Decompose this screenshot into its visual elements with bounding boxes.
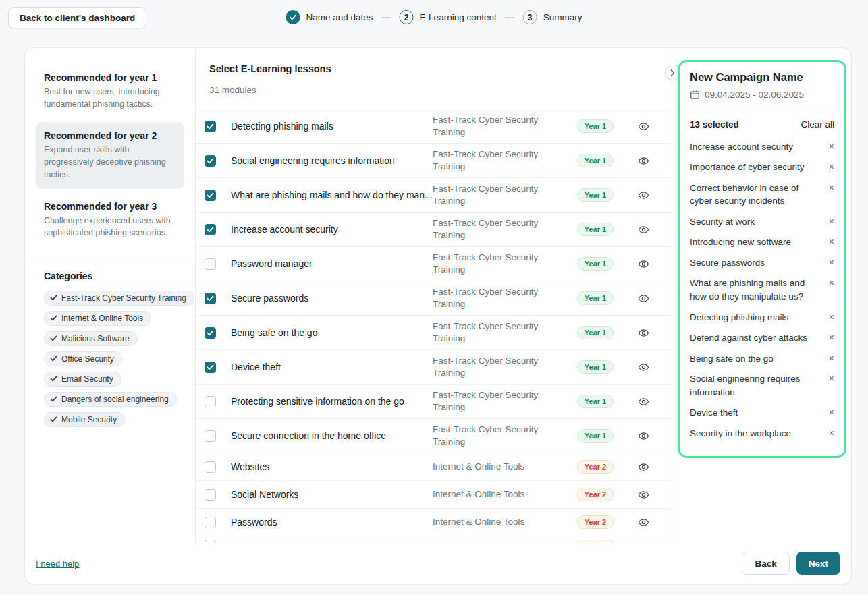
preview-lesson-button[interactable]	[624, 190, 662, 201]
step-separator	[381, 17, 391, 18]
lesson-name: Secure connection in the home office	[231, 430, 433, 441]
remove-lesson-button[interactable]: ×	[829, 140, 834, 152]
step-elearning-content[interactable]: 2 E-Learning content	[400, 10, 497, 24]
lesson-name: Passwords	[231, 517, 433, 528]
lesson-category: Internet & Online Tools	[433, 461, 566, 473]
help-link[interactable]: I need help	[36, 559, 79, 569]
step-name-and-dates[interactable]: Name and dates	[286, 10, 373, 24]
preview-lesson-button[interactable]	[624, 258, 662, 270]
modules-count: 31 modules	[209, 85, 658, 95]
year-badge: Year 1	[577, 223, 614, 236]
remove-lesson-button[interactable]: ×	[829, 427, 834, 439]
wizard-stepper: Name and dates 2 E-Learning content 3 Su…	[286, 10, 582, 24]
lesson-name: Secure passwords	[231, 293, 433, 304]
year-badge: Year 1	[577, 257, 614, 271]
eye-icon	[638, 155, 649, 167]
lesson-checkbox[interactable]	[205, 293, 216, 304]
preview-lesson-button[interactable]	[624, 489, 662, 501]
lesson-checkbox[interactable]	[205, 258, 216, 270]
category-chip[interactable]: Malicious Software	[44, 331, 138, 346]
remove-lesson-button[interactable]: ×	[829, 372, 834, 385]
preview-lesson-button[interactable]	[624, 121, 662, 132]
selected-lesson-item: Introducing new software×	[690, 232, 834, 253]
remove-lesson-button[interactable]: ×	[829, 311, 834, 323]
preview-lesson-button[interactable]	[624, 327, 662, 339]
lesson-name: Social engineering requires information	[231, 155, 433, 166]
selected-lesson-item: Secure passwords×	[690, 252, 834, 273]
back-to-dashboard-button[interactable]: Back to client's dashboard	[8, 7, 146, 28]
lesson-name: What are phishing mails and how do they …	[231, 190, 433, 200]
lesson-checkbox[interactable]	[205, 489, 216, 501]
remove-lesson-button[interactable]: ×	[829, 406, 834, 418]
preview-lesson-button[interactable]	[624, 396, 662, 407]
remove-lesson-button[interactable]: ×	[829, 256, 834, 268]
preview-lesson-button[interactable]	[624, 430, 662, 442]
campaign-name: New Campaign Name	[690, 71, 834, 84]
category-chip[interactable]: Office Security	[44, 351, 122, 366]
remove-lesson-button[interactable]: ×	[829, 235, 834, 248]
lesson-checkbox[interactable]	[205, 327, 216, 339]
recommendation-option[interactable]: Recommended for year 2Expand user skills…	[36, 122, 184, 188]
lesson-row: Secure passwordsFast-Track Cyber Securit…	[196, 281, 672, 316]
category-chip[interactable]: Dangers of social engineering	[44, 392, 177, 407]
category-chip-label: Dangers of social engineering	[61, 395, 169, 404]
eye-icon	[638, 327, 649, 339]
remove-lesson-button[interactable]: ×	[829, 331, 834, 343]
lesson-checkbox[interactable]	[205, 430, 216, 442]
next-button[interactable]: Next	[796, 552, 840, 575]
lesson-checkbox[interactable]	[205, 517, 216, 528]
lesson-checkbox[interactable]	[205, 224, 216, 235]
recommendation-option[interactable]: Recommended for year 1Best for new users…	[36, 64, 184, 118]
lesson-checkbox[interactable]	[205, 121, 216, 132]
lesson-category: Fast-Track Cyber Security Training	[433, 320, 566, 345]
year-badge: Year 1	[577, 188, 614, 202]
category-chip[interactable]: Fast-Track Cyber Security Training	[44, 291, 194, 306]
preview-lesson-button[interactable]	[624, 293, 662, 304]
preview-lesson-button[interactable]	[624, 362, 662, 373]
year-badge: Year 1	[577, 360, 614, 374]
check-icon	[50, 356, 57, 362]
eye-icon	[638, 517, 649, 528]
wizard-footer: I need help Back Next	[25, 543, 851, 584]
lesson-checkbox[interactable]	[205, 155, 216, 167]
category-chip-label: Malicious Software	[61, 334, 130, 343]
category-chip[interactable]: Mobile Security	[44, 412, 125, 427]
lesson-checkbox[interactable]	[205, 362, 216, 373]
lesson-checkbox[interactable]	[205, 190, 216, 201]
year-badge: Year 2	[577, 515, 614, 529]
preview-lesson-button[interactable]	[624, 155, 662, 167]
eye-icon	[638, 461, 649, 473]
lesson-checkbox[interactable]	[205, 461, 216, 473]
lesson-name: Password manager	[231, 258, 433, 269]
selected-lesson-label: Security in the workplace	[690, 427, 829, 441]
lesson-category: Fast-Track Cyber Security Training	[433, 252, 566, 276]
check-icon	[207, 123, 214, 130]
remove-lesson-button[interactable]: ×	[829, 161, 834, 173]
category-chip[interactable]: Email Security	[44, 372, 121, 387]
selected-lesson-label: Increase account security	[690, 140, 829, 154]
lesson-category: Fast-Track Cyber Security Training	[433, 286, 566, 310]
remove-lesson-button[interactable]: ×	[829, 215, 834, 227]
step-summary[interactable]: 3 Summary	[523, 10, 582, 24]
preview-lesson-button[interactable]	[624, 517, 662, 528]
category-chip[interactable]: Internet & Online Tools	[44, 311, 151, 326]
category-chip-label: Office Security	[61, 354, 114, 364]
lesson-row: Device theftFast-Track Cyber Security Tr…	[196, 350, 672, 385]
recommendation-title: Recommended for year 2	[44, 130, 176, 141]
category-chip-label: Email Security	[61, 374, 113, 384]
recommendation-option[interactable]: Recommended for year 3Challenge experien…	[36, 193, 184, 247]
check-icon	[50, 376, 57, 382]
year-badge: Year 2	[577, 488, 614, 501]
remove-lesson-button[interactable]: ×	[829, 352, 834, 364]
selected-lesson-label: Secure passwords	[690, 256, 829, 270]
step-upcoming-circle: 3	[523, 10, 537, 24]
clear-all-button[interactable]: Clear all	[801, 119, 834, 130]
preview-lesson-button[interactable]	[624, 461, 662, 473]
lesson-checkbox[interactable]	[205, 396, 216, 407]
remove-lesson-button[interactable]: ×	[829, 181, 834, 194]
selected-lesson-item: Social engineering requires information×	[690, 369, 834, 403]
preview-lesson-button[interactable]	[624, 224, 662, 235]
check-icon	[207, 330, 214, 336]
remove-lesson-button[interactable]: ×	[829, 277, 834, 289]
back-button[interactable]: Back	[742, 552, 789, 575]
